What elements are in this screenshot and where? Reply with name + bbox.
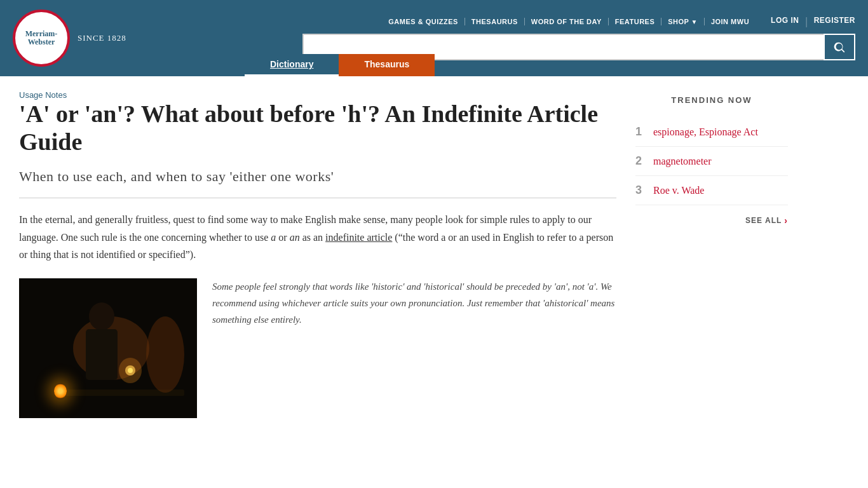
- italic-an: an: [290, 232, 300, 243]
- tab-dictionary[interactable]: Dictionary: [245, 54, 339, 76]
- trending-rank-1: 1: [635, 125, 647, 139]
- auth-divider: |: [805, 16, 807, 27]
- nav-games[interactable]: GAMES & QUIZZES: [382, 18, 465, 25]
- nav-join[interactable]: JOIN MWU: [705, 18, 756, 25]
- logo-text: Merriam- Webster: [25, 30, 58, 46]
- list-item: 2 magnetometer: [635, 147, 788, 176]
- sidebar: TRENDING NOW 1 espionage, Espionage Act …: [635, 89, 788, 418]
- pullquote: Some people feel strongly that words lik…: [212, 278, 616, 329]
- trending-rank-3: 3: [635, 184, 647, 197]
- article-image-canvas: [19, 278, 197, 418]
- svg-point-2: [89, 302, 114, 330]
- trending-word-3[interactable]: Roe v. Wade: [653, 185, 704, 196]
- svg-point-6: [128, 368, 133, 373]
- logo-area: Merriam- Webster SINCE 1828: [13, 10, 126, 67]
- article-body: In the eternal, and generally fruitless,…: [19, 211, 616, 263]
- logo-inner: Merriam- Webster: [25, 30, 58, 46]
- site-header: Merriam- Webster SINCE 1828 GAMES & QUIZ…: [0, 0, 868, 76]
- chevron-right-icon: ›: [784, 215, 788, 226]
- svg-point-8: [146, 316, 184, 393]
- article-title: 'A' or 'an'? What about before 'h'? An I…: [19, 100, 616, 156]
- see-all-link[interactable]: SEE ALL ›: [635, 215, 788, 226]
- indefinite-article-link[interactable]: indefinite article: [325, 232, 392, 243]
- nav-features[interactable]: FEATURES: [609, 18, 661, 25]
- trending-rank-2: 2: [635, 154, 647, 168]
- svg-rect-3: [86, 329, 118, 380]
- chevron-down-icon: ▼: [691, 18, 697, 25]
- search-icon: [832, 40, 846, 54]
- italic-a: a: [271, 232, 276, 243]
- see-all-label: SEE ALL: [745, 216, 782, 225]
- auth-links: LOG IN | REGISTER: [771, 16, 855, 27]
- image-quote-row: Some people feel strongly that words lik…: [19, 278, 616, 418]
- article-image: [19, 278, 197, 418]
- tab-row: Dictionary Thesaurus: [245, 54, 435, 76]
- article-subtitle: When to use each, and when to say 'eithe…: [19, 168, 616, 185]
- breadcrumb[interactable]: Usage Notes: [19, 90, 67, 100]
- trending-title: TRENDING NOW: [635, 95, 788, 105]
- top-nav: GAMES & QUIZZES THESAURUS WORD OF THE DA…: [382, 18, 756, 25]
- header-top: Merriam- Webster SINCE 1828 GAMES & QUIZ…: [0, 0, 868, 76]
- trending-list: 1 espionage, Espionage Act 2 magnetomete…: [635, 118, 788, 205]
- article-image-svg: [19, 278, 197, 418]
- search-button[interactable]: [824, 34, 855, 60]
- content-area: Usage Notes 'A' or 'an'? What about befo…: [19, 89, 616, 418]
- nav-thesaurus[interactable]: THESAURUS: [465, 18, 525, 25]
- logo-circle[interactable]: Merriam- Webster: [13, 10, 70, 67]
- trending-word-1[interactable]: espionage, Espionage Act: [653, 126, 758, 138]
- since-label: SINCE 1828: [78, 33, 126, 43]
- main-container: Usage Notes 'A' or 'an'? What about befo…: [0, 76, 868, 431]
- list-item: 1 espionage, Espionage Act: [635, 118, 788, 147]
- register-link[interactable]: REGISTER: [814, 16, 855, 27]
- nav-wotd[interactable]: WORD OF THE DAY: [525, 18, 609, 25]
- nav-shop[interactable]: SHOP ▼: [661, 18, 705, 25]
- tab-thesaurus[interactable]: Thesaurus: [339, 54, 435, 76]
- header-right: GAMES & QUIZZES THESAURUS WORD OF THE DA…: [126, 16, 855, 60]
- login-link[interactable]: LOG IN: [771, 16, 799, 27]
- list-item: 3 Roe v. Wade: [635, 176, 788, 205]
- trending-word-2[interactable]: magnetometer: [653, 156, 712, 167]
- divider: [19, 198, 616, 198]
